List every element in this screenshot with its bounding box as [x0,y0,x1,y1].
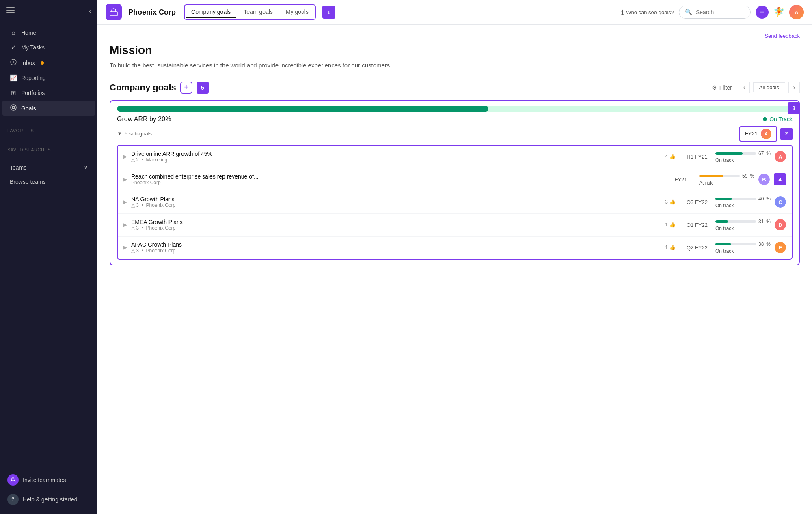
help-avatar: ? [7,494,19,505]
sub-goals-toggle[interactable]: ▼ 5 sub-goals [117,131,152,137]
sidebar-toggle[interactable] [6,6,15,15]
warning-icon: △ [131,202,135,208]
expand-icon[interactable]: ▶ [123,245,127,250]
search-input[interactable] [696,9,745,15]
send-feedback-link[interactable]: Send feedback [110,33,800,39]
filter-button[interactable]: ⚙ Filter [708,83,735,92]
subgoal-likes: 1 👍 [665,222,676,228]
tasks-icon: ✓ [10,44,17,51]
sidebar-item-teams[interactable]: Teams ∨ [2,161,95,174]
add-button[interactable]: + [756,6,769,19]
warning-icon: △ [131,248,135,254]
svg-point-5 [12,106,15,109]
teams-label: Teams [10,164,26,171]
company-name: Phoenix Corp [128,8,176,17]
sidebar-item-browse-teams[interactable]: Browse teams [2,175,95,189]
badge-2: 2 [780,128,793,140]
subgoal-name: APAC Growth Plans [131,241,658,248]
on-track-badge: On Track [763,116,793,123]
expand-icon[interactable]: ▶ [123,222,127,228]
goals-count-badge: 5 [197,82,209,94]
company-goals-section-header: Company goals + 5 ⚙ Filter ‹ All goals › [110,82,800,94]
sidebar-item-reporting[interactable]: 📈 Reporting [2,71,95,85]
on-track-dot [763,117,767,121]
subgoal-likes: 4 👍 [665,154,676,159]
expand-icon[interactable]: ▶ [123,176,127,182]
subgoal-name: Drive online ARR growth of 45% [131,151,658,157]
page-header: Phoenix Corp Company goals Team goals My… [97,0,812,25]
notification-icon[interactable]: 🧚 [773,7,784,17]
subgoal-progress-area: 40% On track [715,196,771,209]
invite-teammates-label: Invite teammates [23,477,66,483]
sidebar-item-label: Reporting [21,75,46,81]
company-logo[interactable] [106,4,122,20]
subgoal-period: H1 FY21 [683,154,711,160]
filter-label: Filter [719,84,732,91]
subgoal-progress-area: 67% On track [715,151,771,163]
sidebar-browse-teams-label: Browse teams [10,179,46,185]
help-getting-started-button[interactable]: ? Help & getting started [0,490,97,509]
expand-icon[interactable]: ▶ [123,199,127,205]
sidebar-item-home[interactable]: ⌂ Home [2,26,95,40]
saved-searches-section-label: Saved searches [0,142,97,154]
main-goal-progress-fill [117,106,488,112]
like-icon: 👍 [669,154,676,159]
subgoal-likes: 3 👍 [665,199,676,205]
svg-point-4 [11,105,16,110]
invite-avatar [7,474,19,486]
badge-3: 3 [788,102,800,114]
svg-rect-2 [6,12,15,13]
sidebar-item-label: Home [21,30,36,36]
sidebar-back-icon[interactable]: ‹ [89,7,91,15]
mission-text: To build the best, sustainable services … [110,61,394,70]
portfolios-icon: ⊞ [10,89,17,97]
sidebar-item-inbox[interactable]: Inbox [2,55,95,70]
subgoal-row: ▶ EMEA Growth Plans △ 3 • Phoenix Corp 1… [118,214,792,237]
help-label: Help & getting started [23,496,78,503]
sidebar-nav: ⌂ Home ✓ My Tasks Inbox 📈 Reporting ⊞ Po… [0,22,97,465]
subgoal-row: ▶ Reach combined enterprise sales rep re… [118,168,792,191]
who-can-see-button[interactable]: ℹ Who can see goals? [621,9,674,16]
tab-team-goals[interactable]: Team goals [238,6,279,18]
prev-arrow[interactable]: ‹ [739,82,750,93]
subgoal-likes: 1 👍 [665,245,676,250]
sidebar-item-label: Portfolios [21,90,45,96]
sidebar-bottom: Invite teammates ? Help & getting starte… [0,465,97,514]
tab-company-goals[interactable]: Company goals [186,6,236,18]
all-goals-button[interactable]: All goals [753,82,785,92]
subgoal-avatar: D [775,219,786,230]
subgoal-name: Reach combined enterprise sales rep reve… [131,173,652,180]
section-controls: ⚙ Filter ‹ All goals › [708,82,800,93]
sidebar-item-label: My Tasks [21,44,45,51]
fy-period-label: FY21 [745,131,758,137]
subgoal-period: Q2 FY22 [683,245,711,251]
sidebar-item-goals[interactable]: Goals [2,101,95,116]
subgoal-meta: △ 3 • Phoenix Corp [131,225,658,231]
mission-title: Mission [110,44,800,57]
warning-icon: △ [131,225,135,231]
invite-teammates-button[interactable]: Invite teammates [0,470,97,490]
sidebar-item-my-tasks[interactable]: ✓ My Tasks [2,40,95,55]
subgoal-row: ▶ Drive online ARR growth of 45% △ 2 • M… [118,146,792,168]
expand-icon[interactable]: ▶ [123,154,127,159]
subgoal-progress-area: 38% On track [715,241,771,254]
on-track-label: On Track [769,116,793,123]
tab-my-goals[interactable]: My goals [280,6,314,18]
subgoals-table: ▶ Drive online ARR growth of 45% △ 2 • M… [117,145,793,260]
main-goal-progress-bar [117,106,793,112]
user-avatar[interactable]: A [789,5,804,19]
sidebar-item-label: Goals [21,105,36,112]
subgoal-row: ▶ APAC Growth Plans △ 3 • Phoenix Corp 1… [118,237,792,259]
info-icon: ℹ [621,9,624,16]
subgoal-period: Q1 FY22 [683,222,711,228]
sidebar-item-portfolios[interactable]: ⊞ Portfolios [2,86,95,100]
header-right: ℹ Who can see goals? 🔍 + 🧚 A [621,5,804,19]
svg-rect-0 [6,7,15,8]
add-company-goal-button[interactable]: + [180,82,192,94]
next-arrow[interactable]: › [788,82,800,93]
main-content: Phoenix Corp Company goals Team goals My… [97,0,812,514]
page-content: Send feedback Mission To build the best,… [97,25,812,514]
subgoal-row: ▶ NA Growth Plans △ 3 • Phoenix Corp 3 👍 [118,191,792,214]
sidebar-top: ‹ [0,0,97,22]
search-box[interactable]: 🔍 [679,6,751,19]
